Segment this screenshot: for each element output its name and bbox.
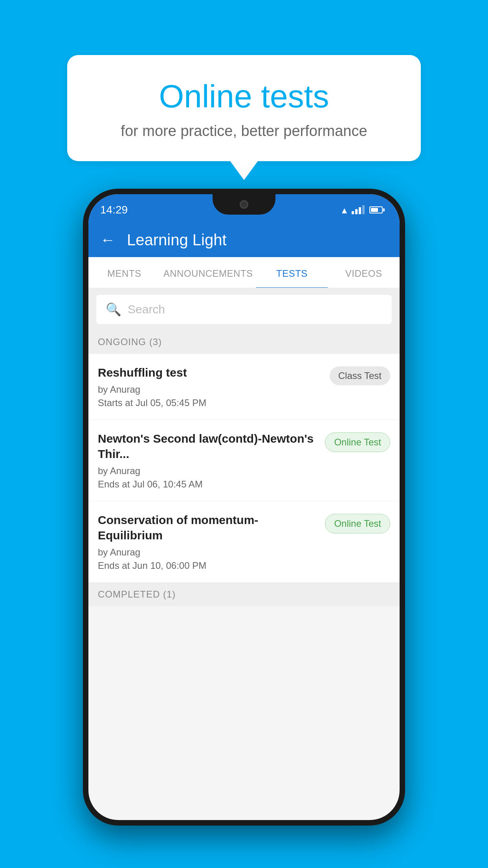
search-input[interactable]: Search [128,303,165,316]
test-time: Starts at Jul 05, 05:45 PM [98,397,322,408]
test-info: Newton's Second law(contd)-Newton's Thir… [98,431,325,490]
status-time: 14:29 [100,204,128,216]
tab-tests[interactable]: TESTS [256,257,328,288]
bubble-subtitle: for more practice, better performance [99,123,389,140]
tab-announcements[interactable]: ANNOUNCEMENTS [160,257,256,288]
phone-mockup: 14:29 ▴ ← Learning Light [83,189,405,826]
test-name: Newton's Second law(contd)-Newton's Thir… [98,431,317,462]
speech-bubble-container: Online tests for more practice, better p… [67,55,421,161]
signal-icon [352,206,365,214]
ongoing-section-header: ONGOING (3) [88,330,400,354]
tabs-container: MENTS ANNOUNCEMENTS TESTS VIDEOS [88,257,400,289]
bubble-title: Online tests [99,79,389,114]
test-item[interactable]: Conservation of momentum-Equilibrium by … [88,501,400,583]
back-button[interactable]: ← [100,232,115,248]
test-author: by Anurag [98,384,322,395]
test-badge: Online Test [325,514,390,533]
test-name: Reshuffling test [98,365,322,380]
test-info: Conservation of momentum-Equilibrium by … [98,512,325,571]
search-icon: 🔍 [106,302,121,317]
test-item[interactable]: Newton's Second law(contd)-Newton's Thir… [88,420,400,501]
camera [240,200,248,209]
app-title: Learning Light [127,231,227,249]
wifi-icon: ▴ [342,204,347,216]
test-time: Ends at Jun 10, 06:00 PM [98,560,317,571]
search-bar[interactable]: 🔍 Search [96,295,392,324]
app-header: ← Learning Light [88,223,400,257]
tab-ments[interactable]: MENTS [88,257,160,288]
test-info: Reshuffling test by Anurag Starts at Jul… [98,365,330,408]
test-author: by Anurag [98,547,317,558]
test-name: Conservation of momentum-Equilibrium [98,512,317,543]
phone-outer: 14:29 ▴ ← Learning Light [83,189,405,826]
test-item[interactable]: Reshuffling test by Anurag Starts at Jul… [88,354,400,420]
completed-section-header: COMPLETED (1) [88,583,400,606]
search-container: 🔍 Search [88,289,400,330]
speech-bubble: Online tests for more practice, better p… [67,55,421,161]
test-badge: Online Test [325,432,390,452]
tests-list: Reshuffling test by Anurag Starts at Jul… [88,354,400,583]
test-time: Ends at Jul 06, 10:45 AM [98,479,317,490]
phone-notch [213,194,275,215]
tab-videos[interactable]: VIDEOS [328,257,400,288]
test-author: by Anurag [98,465,317,476]
test-badge: Class Test [330,366,390,385]
status-icons: ▴ [342,204,384,216]
phone-screen: 14:29 ▴ ← Learning Light [88,194,400,820]
battery-icon [369,206,383,213]
